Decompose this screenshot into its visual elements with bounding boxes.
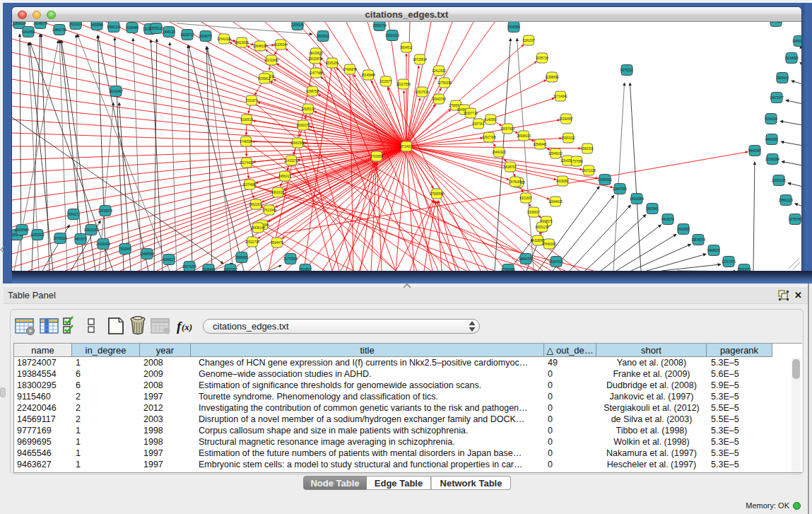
svg-text:22438378: 22438378 [98,209,113,213]
svg-text:16307710: 16307710 [464,112,478,115]
svg-text:18724007: 18724007 [399,145,414,148]
svg-text:12750036: 12750036 [437,81,452,85]
svg-text:10717675: 10717675 [722,260,736,264]
svg-text:20515263: 20515263 [84,228,99,232]
svg-text:(x): (x) [182,322,192,332]
svg-text:8204075: 8204075 [199,35,212,38]
svg-text:16623006: 16623006 [235,41,249,45]
svg-text:14351230: 14351230 [535,226,550,229]
svg-text:20647509: 20647509 [613,187,628,191]
svg-text:6535209: 6535209 [326,62,339,65]
svg-text:20227559: 20227559 [396,83,411,86]
svg-text:3035728: 3035728 [536,57,548,60]
svg-text:2978182: 2978182 [509,180,522,184]
svg-text:3604511: 3604511 [400,46,413,49]
svg-text:19678574: 19678574 [691,238,706,242]
svg-text:7064171: 7064171 [67,213,80,216]
svg-text:21770515: 21770515 [283,257,298,261]
svg-text:11866024: 11866024 [12,22,26,25]
svg-text:19973477: 19973477 [770,96,784,100]
svg-text:13132690: 13132690 [264,59,279,62]
svg-text:2663941: 2663941 [646,207,659,211]
svg-text:4457975: 4457975 [74,238,87,241]
svg-text:3343959: 3343959 [507,25,520,29]
svg-text:3181037: 3181037 [522,39,535,42]
svg-text:20364361: 20364361 [598,178,613,182]
svg-text:4929082: 4929082 [556,180,569,183]
svg-text:19142407: 19142407 [109,90,124,93]
svg-text:2563055: 2563055 [677,228,690,231]
svg-text:15244500: 15244500 [784,57,799,60]
svg-text:4961630: 4961630 [271,191,284,194]
svg-text:2258145: 2258145 [291,23,304,27]
svg-text:10644615: 10644615 [548,200,563,204]
svg-text:16908100: 16908100 [517,134,531,138]
svg-text:22160294: 22160294 [765,158,780,161]
svg-text:13495588: 13495588 [140,252,155,256]
svg-text:18622670: 18622670 [249,203,264,206]
svg-text:2620223: 2620223 [69,23,82,26]
svg-text:12477488: 12477488 [309,71,324,75]
svg-text:20166438: 20166438 [96,243,111,246]
svg-text:22053165: 22053165 [772,179,787,182]
svg-text:5840397: 5840397 [748,149,761,153]
svg-text:17660000: 17660000 [542,243,557,246]
svg-text:6061658: 6061658 [22,30,35,34]
svg-text:10322734: 10322734 [245,240,260,244]
svg-text:22714041: 22714041 [553,95,568,98]
svg-text:19379254: 19379254 [182,265,197,269]
svg-text:12927396: 12927396 [482,136,497,139]
svg-text:3075745: 3075745 [789,218,801,221]
svg-text:4269227: 4269227 [163,258,175,262]
svg-text:17406879: 17406879 [343,68,358,71]
svg-text:13945012: 13945012 [548,152,563,156]
svg-text:8321837: 8321837 [519,197,532,200]
svg-text:3456213: 3456213 [278,175,291,178]
svg-text:15029873: 15029873 [308,57,323,61]
svg-text:11074688: 11074688 [242,183,257,187]
svg-text:11527619: 11527619 [415,90,429,94]
svg-text:14248078: 14248078 [33,22,48,25]
svg-text:18026717: 18026717 [180,33,195,37]
svg-text:16072228: 16072228 [582,169,596,173]
svg-text:6099754: 6099754 [306,90,319,93]
svg-text:14310388: 14310388 [630,197,645,201]
svg-text:3307301: 3307301 [472,122,485,126]
svg-text:7031971: 7031971 [245,99,258,103]
svg-text:20274461: 20274461 [240,161,254,165]
svg-text:20156684: 20156684 [15,228,30,232]
svg-text:10057659: 10057659 [500,127,515,131]
svg-text:1757086: 1757086 [570,160,583,163]
svg-text:10661588: 10661588 [290,141,305,145]
svg-text:15149848: 15149848 [361,74,376,77]
svg-text:4043823: 4043823 [770,22,782,23]
svg-text:18981216: 18981216 [107,25,122,29]
svg-text:5468605: 5468605 [707,249,720,252]
svg-text:17565588: 17565588 [430,192,445,196]
svg-text:8418275: 8418275 [661,218,674,221]
svg-text:2983419: 2983419 [776,76,789,80]
svg-text:16206344: 16206344 [273,43,288,47]
svg-text:5339937: 5339937 [527,211,540,214]
svg-text:9190519: 9190519 [240,118,253,122]
svg-text:5154104: 5154104 [765,117,777,121]
svg-text:17613348: 17613348 [262,209,277,212]
svg-text:16060376: 16060376 [296,124,311,127]
svg-text:15953222: 15953222 [561,136,576,140]
svg-text:9335812: 9335812 [258,77,271,81]
svg-text:20648195: 20648195 [253,45,268,48]
svg-text:11541029: 11541029 [217,37,231,41]
svg-text:15550734: 15550734 [372,24,387,28]
svg-text:2946120: 2946120 [163,30,175,34]
svg-text:20392657: 20392657 [559,117,574,121]
svg-text:8490656: 8490656 [765,138,778,141]
svg-text:18841570: 18841570 [519,257,534,261]
svg-text:20562129: 20562129 [779,199,794,202]
svg-text:10549441: 10549441 [533,143,548,146]
svg-text:3703859: 3703859 [370,155,383,158]
svg-text:4158480: 4158480 [126,26,139,30]
svg-text:7303905: 7303905 [119,247,131,251]
svg-text:3746598: 3746598 [240,140,252,144]
svg-text:2315577: 2315577 [379,80,392,83]
svg-text:20555120: 20555120 [149,27,164,30]
